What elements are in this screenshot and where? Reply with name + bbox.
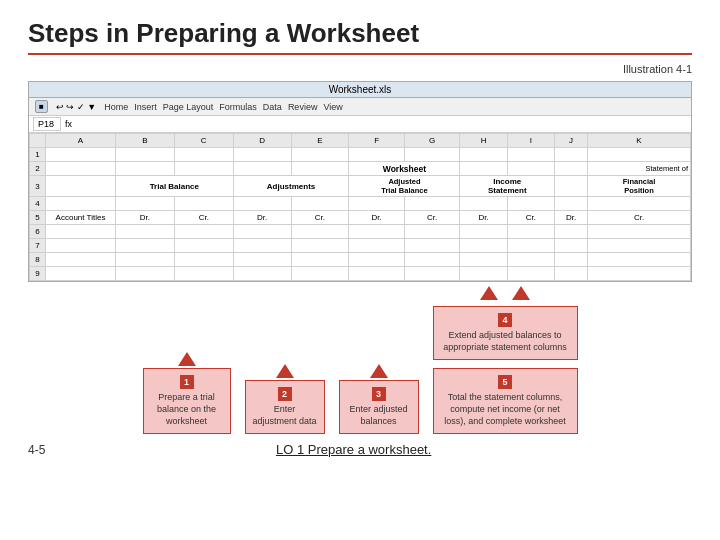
arrow-up-4a	[480, 286, 498, 300]
ribbon-tabs: Home Insert Page Layout Formulas Data Re…	[104, 102, 685, 112]
sfp-header: FinancialPosition	[588, 176, 691, 197]
cell-reference[interactable]: P18	[33, 117, 61, 131]
income-statement-header: IncomeStatement	[460, 176, 555, 197]
cr-2: Cr.	[291, 211, 349, 225]
footer: 4-5 LO 1 Prepare a worksheet.	[28, 442, 692, 457]
step-label-5: Total the statement columns, compute net…	[440, 392, 571, 427]
step-box-3: 3 Enter adjusted balances	[339, 380, 419, 434]
window-title: Worksheet.xls	[329, 84, 392, 95]
step-number-4: 4	[498, 313, 512, 327]
spreadsheet-table: A B C D E F G H I J K	[29, 133, 691, 281]
tab-review[interactable]: Review	[288, 102, 318, 112]
col-header-d: D	[233, 134, 291, 148]
step-group-45: 4 Extend adjusted balances to appropriat…	[433, 286, 578, 434]
title-underline	[28, 53, 692, 55]
sof-header-cell: Statement of	[588, 162, 691, 176]
col-header-e: E	[291, 134, 349, 148]
col-header-k: K	[588, 134, 691, 148]
excel-ribbon: ■ ↩ ↪ ✓ ▼ Home Insert Page Layout Formul…	[29, 98, 691, 116]
dr-1: Dr.	[116, 211, 175, 225]
arrow-up-3	[370, 364, 388, 378]
table-row: 1	[30, 148, 691, 162]
table-row: 8	[30, 253, 691, 267]
tab-page-layout[interactable]: Page Layout	[163, 102, 214, 112]
dr-4: Dr.	[460, 211, 507, 225]
table-row: 3 Trial Balance Adjustments AdjustedTria…	[30, 176, 691, 197]
table-row: 6	[30, 225, 691, 239]
tab-view[interactable]: View	[323, 102, 342, 112]
excel-grid: A B C D E F G H I J K	[29, 133, 691, 281]
corner-header	[30, 134, 46, 148]
lo-underline: LO 1 Prepare a worksheet.	[276, 442, 431, 457]
dr-5: Dr.	[555, 211, 588, 225]
step-box-1: 1 Prepare a trial balance on the workshe…	[143, 368, 231, 434]
formula-bar-separator: fx	[65, 119, 72, 129]
tab-data[interactable]: Data	[263, 102, 282, 112]
step-group-2: 2 Enter adjustment data	[245, 364, 325, 434]
worksheet-title-cell: Worksheet	[349, 162, 460, 176]
illustration-label: Illustration 4-1	[28, 63, 692, 75]
tab-insert[interactable]: Insert	[134, 102, 157, 112]
arrow-up-1	[178, 352, 196, 366]
tab-formulas[interactable]: Formulas	[219, 102, 257, 112]
arrow-up-2	[276, 364, 294, 378]
cr-5: Cr.	[588, 211, 691, 225]
table-row: 9	[30, 267, 691, 281]
adjustments-header: Adjustments	[233, 176, 349, 197]
cr-4: Cr.	[507, 211, 554, 225]
step-label-3: Enter adjusted balances	[346, 404, 412, 427]
step-label-2: Enter adjustment data	[252, 404, 318, 427]
dr-2: Dr.	[233, 211, 291, 225]
col-header-b: B	[116, 134, 175, 148]
page-title: Steps in Preparing a Worksheet	[28, 18, 692, 49]
cr-3: Cr.	[404, 211, 460, 225]
table-row: 5 Account Titles Dr. Cr. Dr. Cr. Dr. Cr.…	[30, 211, 691, 225]
tab-home[interactable]: Home	[104, 102, 128, 112]
step-number-5: 5	[498, 375, 512, 389]
step-label-1: Prepare a trial balance on the worksheet	[150, 392, 224, 427]
lo-text: LO 1 Prepare a worksheet.	[45, 442, 662, 457]
arrow-up-4b	[512, 286, 530, 300]
table-row: 7	[30, 239, 691, 253]
col-header-a: A	[46, 134, 116, 148]
step-group-1: 1 Prepare a trial balance on the workshe…	[143, 352, 231, 434]
dr-3: Dr.	[349, 211, 405, 225]
trial-balance-header: Trial Balance	[116, 176, 234, 197]
step-number-1: 1	[180, 375, 194, 389]
slide-number: 4-5	[28, 443, 45, 457]
col-header-i: I	[507, 134, 554, 148]
office-icon: ■	[35, 100, 48, 113]
excel-title-bar: Worksheet.xls	[29, 82, 691, 98]
col-header-h: H	[460, 134, 507, 148]
col-header-c: C	[174, 134, 233, 148]
step-box-4: 4 Extend adjusted balances to appropriat…	[433, 306, 578, 360]
page: Steps in Preparing a Worksheet Illustrat…	[0, 0, 720, 540]
step-box-2: 2 Enter adjustment data	[245, 380, 325, 434]
step-box-5: 5 Total the statement columns, compute n…	[433, 368, 578, 434]
col-header-j: J	[555, 134, 588, 148]
step-group-3: 3 Enter adjusted balances	[339, 364, 419, 434]
table-row: 2 Worksheet Statement of	[30, 162, 691, 176]
table-row: 4	[30, 197, 691, 211]
step-number-3: 3	[372, 387, 386, 401]
col-header-g: G	[404, 134, 460, 148]
step-number-2: 2	[278, 387, 292, 401]
excel-window: Worksheet.xls ■ ↩ ↪ ✓ ▼ Home Insert Page…	[28, 81, 692, 282]
excel-formula-bar: P18 fx	[29, 116, 691, 133]
step-label-4: Extend adjusted balances to appropriate …	[440, 330, 571, 353]
cr-1: Cr.	[174, 211, 233, 225]
account-titles-cell: Account Titles	[46, 211, 116, 225]
adjusted-trial-balance-header: AdjustedTrial Balance	[349, 176, 460, 197]
quick-access: ↩ ↪ ✓ ▼	[56, 102, 96, 112]
col-header-f: F	[349, 134, 405, 148]
